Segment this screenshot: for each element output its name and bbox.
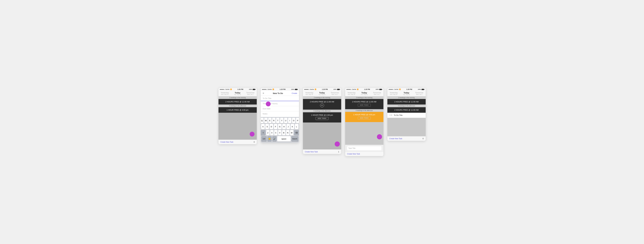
key-mic[interactable]: 🎤 [272, 136, 276, 141]
key-k[interactable]: K [290, 124, 294, 129]
key-search[interactable]: Search [291, 136, 298, 141]
key-emoji[interactable]: 😊 [268, 136, 272, 141]
key-w[interactable]: W [264, 118, 268, 123]
gray-block-5 [388, 118, 426, 136]
key-z[interactable]: Z [266, 130, 270, 135]
key-b[interactable]: B [282, 130, 285, 135]
free-block-3b: 1 HOUR FREE @ 4:00 pm ADD TODO [303, 112, 341, 122]
key-o[interactable]: O [292, 118, 295, 123]
field-due-date[interactable]: Due Date [261, 106, 299, 111]
task-title-input[interactable]: Task Title [347, 146, 382, 151]
key-l[interactable]: L [295, 124, 298, 129]
day-header-4: Yesterday Mon, May 30 Today Tue, May 31 … [345, 91, 384, 96]
task-count-1: 0 [254, 141, 254, 143]
todo-item[interactable]: 1 HR To Do Title [388, 113, 426, 118]
key-space[interactable]: space [277, 136, 290, 141]
keyboard-row-2: A S D F G H J K L [261, 124, 298, 129]
key-j[interactable]: J [286, 124, 290, 129]
create-task-link-5[interactable]: Create New Task [390, 138, 402, 140]
field-todo-title[interactable]: To Do Title [261, 96, 299, 101]
keyboard-row-1: Q W E R T Y U I O P [261, 118, 298, 123]
modal-close-btn[interactable]: ✕ [262, 92, 264, 95]
carrier-3: Carrier [310, 89, 314, 90]
day-today-5[interactable]: Today Tue, May 31 [400, 91, 413, 96]
bottom-bar-5: Create New Task 0 [388, 136, 426, 141]
day-yesterday-3[interactable]: Yesterday Mon, May 30 [303, 91, 316, 96]
key-x[interactable]: X [270, 130, 274, 135]
add-circle-btn[interactable]: + [320, 103, 324, 107]
key-i[interactable]: I [288, 118, 291, 123]
key-e[interactable]: E [268, 118, 272, 123]
morning-label-4: 2 meetings in the morning [345, 96, 384, 99]
keyboard-row-4: 123 😊 🎤 space Search [261, 136, 298, 141]
day-tomorrow-4[interactable]: Tomorrow Wed, Jun 1 [371, 91, 384, 96]
day-today[interactable]: Today Tue, May 31 [231, 91, 244, 96]
wifi-icon-3: 📶 [315, 89, 316, 90]
keyboard: Q W E R T Y U I O P A S D F G H J K L [261, 117, 299, 143]
purple-dot-4 [377, 134, 382, 139]
keyboard-row-3: ⇧ Z X C V B N M ⌫ [261, 130, 298, 135]
field-notes[interactable]: Notes [261, 111, 299, 117]
todo-hr: 1 HR [389, 114, 392, 116]
key-f[interactable]: F [274, 124, 278, 129]
day-name-yesterday: Yesterday [219, 92, 231, 94]
time-3: 1:20 PM [322, 88, 328, 90]
day-yesterday-4[interactable]: Yesterday Mon, May 30 [345, 91, 358, 96]
day-yesterday-5[interactable]: Yesterday Mon, May 30 [388, 91, 400, 96]
afternoon-label-5: 4 meetings in the afternoon [388, 104, 426, 107]
day-today-3[interactable]: Today Tue, May 31 [316, 91, 328, 96]
wifi-icon-5: 📶 [399, 89, 401, 90]
key-d[interactable]: D [270, 124, 273, 129]
key-v[interactable]: V [278, 130, 282, 135]
morning-label-1: 2 meetings in the morning [218, 96, 257, 99]
day-header-1: Yesterday Mon, May 30 Today Tue, May 31 … [218, 91, 257, 96]
key-q[interactable]: Q [261, 118, 264, 123]
time-display: 1:20 PM [237, 88, 243, 90]
day-tomorrow[interactable]: Tomorrow Wed, Jun 1 [244, 91, 257, 96]
add-todo-btn-4a[interactable]: ADD TODO [358, 104, 371, 107]
day-yesterday[interactable]: Yesterday Mon, May 30 [218, 91, 231, 96]
modal-create-btn[interactable]: Create [292, 92, 297, 94]
wifi-icon-2: 📶 [272, 89, 274, 90]
key-c[interactable]: C [274, 130, 278, 135]
key-y[interactable]: Y [280, 118, 284, 123]
key-m[interactable]: M [290, 130, 293, 135]
key-u[interactable]: U [284, 118, 287, 123]
key-a[interactable]: A [261, 124, 265, 129]
day-date-today: Tue, May 31 [232, 94, 244, 95]
day-tomorrow-3[interactable]: Tomorrow Wed, Jun 1 [328, 91, 341, 96]
add-todo-btn-4b[interactable]: ADD TODO [358, 117, 371, 120]
day-header-3: Yesterday Mon, May 30 Today Tue, May 31 … [303, 91, 341, 96]
screen-3: Carrier 📶 1:20 PM 100% Yesterday Mon, Ma… [303, 88, 341, 154]
battery-area: 100% [249, 89, 255, 90]
key-s[interactable]: S [266, 124, 269, 129]
key-p[interactable]: P [296, 118, 299, 123]
screens-container: Carrier 📶 1:20 PM 100% Yesterday Mon, Ma… [218, 88, 426, 156]
status-bar-5: Carrier 📶 1:20 PM 100% [388, 88, 426, 91]
signal-dots [220, 89, 224, 90]
key-g[interactable]: G [278, 124, 282, 129]
purple-dot-3 [335, 141, 340, 147]
morning-label-5: 2 meetings in the morning [388, 96, 426, 99]
key-n[interactable]: N [286, 130, 289, 135]
create-task-link-3[interactable]: Create New Task [305, 151, 318, 153]
wifi-icon-4: 📶 [357, 89, 358, 90]
create-task-link-1[interactable]: Create New Task [220, 141, 233, 143]
key-r[interactable]: R [272, 118, 276, 123]
day-today-4[interactable]: Today Tue, May 31 [358, 91, 371, 96]
free-block-4b: 1 HOUR FREE @ 4:00 pm ADD TODO [345, 112, 384, 122]
status-bar-1: Carrier 📶 1:20 PM 100% [218, 88, 257, 91]
dot4 [223, 89, 224, 90]
dot2 [221, 89, 222, 90]
create-task-link-4[interactable]: Create New Task [347, 153, 360, 155]
day-tomorrow-5[interactable]: Tomorrow Wed, Jun 1 [413, 91, 426, 96]
modal-header: ✕ New To Do Create [261, 91, 299, 96]
bottom-bar-3: Create New Task 1 [303, 149, 341, 154]
key-shift[interactable]: ⇧ [261, 130, 266, 135]
add-todo-btn-3[interactable]: ADD TODO [316, 117, 328, 120]
key-t[interactable]: T [276, 118, 280, 123]
free-block-5a: 2 HOURS FREE @ 11:00 AM [388, 99, 426, 104]
key-numbers[interactable]: 123 [261, 136, 267, 141]
key-backspace[interactable]: ⌫ [294, 130, 299, 135]
key-h[interactable]: H [282, 124, 286, 129]
